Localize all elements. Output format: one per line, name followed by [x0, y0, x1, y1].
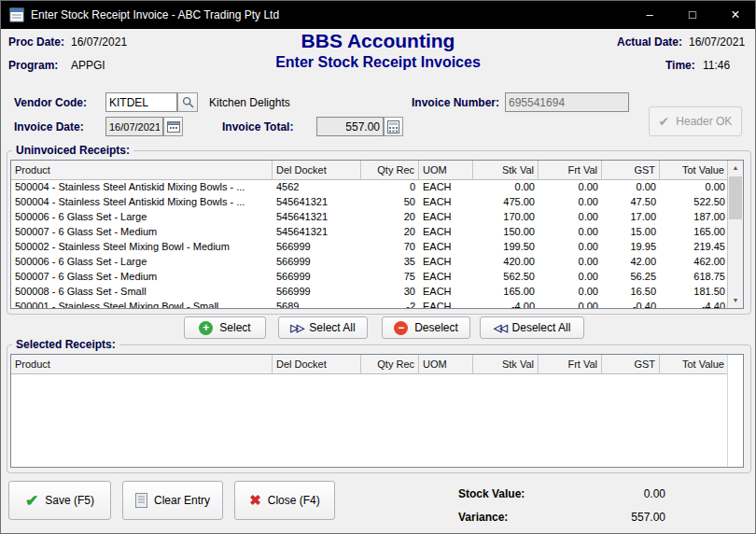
cell: 0.00	[539, 240, 602, 255]
scroll-down-icon[interactable]: ▼	[728, 293, 743, 308]
cell: 0.00	[539, 270, 602, 285]
selected-table: ProductDel DocketQty RecUOMStk ValFrt Va…	[10, 354, 744, 468]
vendor-search-button[interactable]	[177, 92, 198, 112]
uninvoiced-scrollbar[interactable]: ▲ ▼	[727, 161, 743, 308]
invoice-total-input[interactable]	[316, 117, 384, 136]
cell: 35	[361, 255, 419, 270]
cell: 562.50	[473, 270, 539, 285]
vendor-code-label: Vendor Code:	[14, 96, 87, 109]
maximize-icon: □	[689, 7, 696, 21]
clear-entry-button[interactable]: Clear Entry	[122, 481, 223, 520]
select-label: Select	[219, 321, 250, 334]
cell: 0.00	[539, 180, 602, 195]
table-row[interactable]: 500004 - Stainless Steel Antiskid Mixing…	[11, 195, 743, 210]
cell: 20	[361, 225, 419, 240]
deselect-minus-icon: −	[394, 321, 408, 335]
deselect-button[interactable]: − Deselect	[382, 316, 470, 339]
cell: 181.50	[660, 285, 729, 300]
stock-value-label: Stock Value:	[458, 487, 525, 500]
cell: 0.00	[539, 285, 602, 300]
select-all-icon: ▷▷	[290, 322, 302, 334]
cell: 0.00	[539, 300, 602, 309]
vendor-code-input[interactable]	[105, 92, 177, 112]
close-button[interactable]: ×	[714, 1, 756, 29]
calendar-button[interactable]	[163, 117, 183, 136]
variance-label: Variance:	[458, 511, 508, 524]
cell: 420.00	[473, 255, 539, 270]
invoice-number-label: Invoice Number:	[412, 96, 499, 109]
variance-value: 557.00	[561, 511, 665, 524]
window-icon	[9, 7, 24, 22]
cell: 199.50	[473, 240, 539, 255]
column-header: Tot Value	[660, 161, 729, 179]
select-plus-icon: +	[199, 321, 213, 335]
header-ok-button[interactable]: ✔ Header OK	[649, 106, 742, 136]
minimize-button[interactable]: –	[628, 1, 671, 29]
cell: 47.50	[602, 195, 660, 210]
table-row[interactable]: 500007 - 6 Glass Set - Medium54564132120…	[11, 225, 743, 240]
select-button[interactable]: + Select	[184, 316, 266, 339]
cell: 17.00	[602, 210, 660, 225]
cell: 19.95	[602, 240, 660, 255]
cell: 500002 - Stainless Steel Mixing Bowl - M…	[11, 240, 273, 255]
table-row[interactable]: 500001 - Stainless Steel Mixing Bowl - S…	[11, 300, 743, 309]
table-row[interactable]: 500004 - Stainless Steel Antiskid Mixing…	[11, 180, 743, 195]
cell: 20	[361, 210, 419, 225]
cell: 15.00	[602, 225, 660, 240]
invoice-number-input[interactable]	[505, 92, 629, 112]
cell: 500006 - 6 Glass Set - Large	[11, 255, 273, 270]
close-f4-label: Close (F4)	[268, 494, 320, 507]
column-header: Stk Val	[473, 161, 539, 179]
search-icon	[182, 96, 194, 108]
deselect-all-button[interactable]: ◁◁ Deselect All	[480, 316, 584, 339]
table-row[interactable]: 500008 - 6 Glass Set - Small56699930EACH…	[11, 285, 743, 300]
column-header: Qty Rec	[361, 161, 419, 179]
uninvoiced-table: ▲ ▼ ProductDel DocketQty RecUOMStk ValFr…	[10, 160, 744, 309]
cell: 0.00	[539, 210, 602, 225]
screen-title: Enter Stock Receipt Invoices	[1, 54, 755, 71]
uninvoiced-group-label: Uninvoiced Receipts:	[12, 144, 133, 157]
table-row[interactable]: 500002 - Stainless Steel Mixing Bowl - M…	[11, 240, 743, 255]
maximize-button[interactable]: □	[671, 1, 714, 29]
stock-value: 0.00	[561, 487, 665, 500]
scroll-thumb[interactable]	[729, 176, 742, 219]
close-f4-button[interactable]: ✖ Close (F4)	[234, 481, 335, 520]
header-ok-check-icon: ✔	[659, 114, 670, 129]
vendor-name: Kitchen Delights	[209, 96, 290, 109]
cell: -4.40	[660, 300, 729, 309]
invoice-date-label: Invoice Date:	[14, 120, 84, 134]
titlebar[interactable]: Enter Stock Receipt Invoice - ABC Tradin…	[1, 1, 756, 29]
actual-date-label: Actual Date:	[617, 35, 682, 49]
clear-entry-label: Clear Entry	[154, 494, 210, 507]
cell: -2	[361, 300, 419, 309]
cell: 219.45	[660, 240, 729, 255]
cell: 545641321	[273, 195, 361, 210]
close-icon: ×	[731, 7, 739, 22]
cell: 0.00	[660, 180, 729, 195]
save-label: Save (F5)	[45, 494, 94, 507]
cell: 545641321	[273, 210, 361, 225]
select-all-button[interactable]: ▷▷ Select All	[278, 316, 368, 339]
grid-header: ProductDel DocketQty RecUOMStk ValFrt Va…	[11, 161, 729, 180]
column-header: UOM	[419, 355, 473, 373]
scroll-up-icon[interactable]: ▲	[728, 161, 743, 176]
cell: 566999	[273, 285, 361, 300]
cell: 500007 - 6 Glass Set - Medium	[11, 270, 273, 285]
invoice-total-label: Invoice Total:	[222, 120, 293, 134]
cell: EACH	[419, 270, 473, 285]
cell: 0.00	[473, 180, 539, 195]
deselect-label: Deselect	[414, 321, 458, 334]
cell: 50	[361, 195, 419, 210]
column-header: Product	[11, 355, 273, 373]
save-check-icon: ✔	[25, 491, 38, 511]
table-row[interactable]: 500006 - 6 Glass Set - Large54564132120E…	[11, 210, 743, 225]
selected-scrollbar-gutter	[727, 355, 743, 467]
invoice-date-input[interactable]	[105, 117, 163, 136]
cell: EACH	[419, 195, 473, 210]
table-row[interactable]: 500007 - 6 Glass Set - Medium56699975EAC…	[11, 270, 743, 285]
table-row[interactable]: 500006 - 6 Glass Set - Large56699935EACH…	[11, 255, 743, 270]
cell: 16.50	[602, 285, 660, 300]
calculator-button[interactable]	[384, 117, 403, 136]
save-button[interactable]: ✔ Save (F5)	[8, 481, 111, 520]
cell: 0	[361, 180, 419, 195]
